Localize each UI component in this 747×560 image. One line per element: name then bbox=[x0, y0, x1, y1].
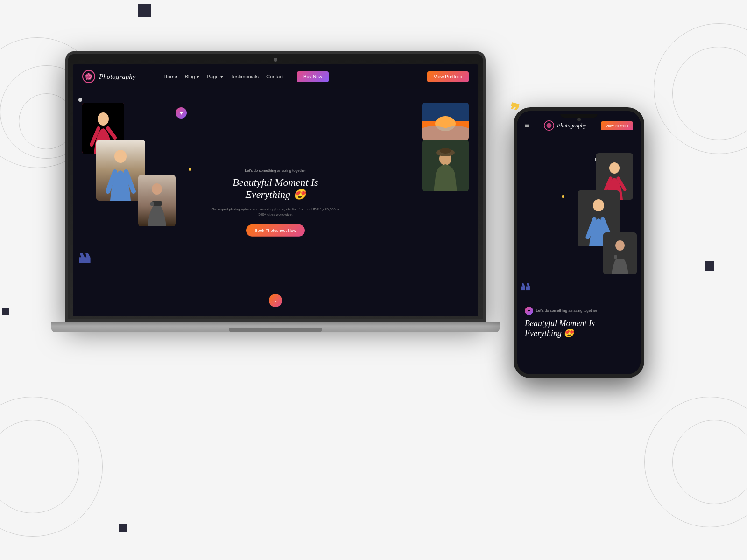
nav-page[interactable]: Page ▾ bbox=[207, 74, 223, 80]
laptop-screen: Photography Home Blog ▾ Page ▾ Testimoni… bbox=[73, 64, 478, 316]
phone: ≡ Photography View Portfolio bbox=[514, 107, 644, 378]
phone-heart-icon: ♥ bbox=[525, 307, 533, 315]
buy-now-button[interactable]: Buy Now bbox=[297, 71, 329, 82]
white-dot-laptop bbox=[78, 98, 82, 102]
svg-point-3 bbox=[98, 112, 109, 126]
svg-rect-7 bbox=[150, 202, 154, 206]
heart-deco-laptop: ♥ bbox=[176, 107, 187, 119]
phone-logo-text: Photography bbox=[557, 122, 586, 129]
dark-square-4 bbox=[2, 308, 9, 315]
phone-body: ≡ Photography View Portfolio bbox=[514, 107, 644, 378]
svg-point-4 bbox=[114, 150, 127, 163]
svg-point-14 bbox=[440, 148, 451, 154]
nav-home[interactable]: Home bbox=[163, 74, 177, 79]
laptop-navbar: Photography Home Blog ▾ Page ▾ Testimoni… bbox=[73, 64, 478, 89]
laptop-hero: ♥ bbox=[73, 89, 478, 316]
laptop-body: Photography Home Blog ▾ Page ▾ Testimoni… bbox=[65, 51, 486, 322]
svg-rect-21 bbox=[614, 255, 617, 259]
phone-screen: ≡ Photography View Portfolio bbox=[517, 111, 641, 374]
photo-sunset bbox=[422, 103, 469, 140]
photo-woman-hat bbox=[422, 140, 469, 191]
phone-hero-title: Beautyful Moment Is Everything 😍 bbox=[525, 319, 633, 339]
phone-camera-shutter-icon bbox=[544, 120, 554, 131]
scroll-down-button[interactable]: ⌄ bbox=[269, 294, 282, 307]
phone-photo-photographer bbox=[603, 232, 637, 274]
nav-blog[interactable]: Blog ▾ bbox=[185, 74, 199, 80]
laptop-nav-links: Home Blog ▾ Page ▾ Testimonials Contact … bbox=[163, 71, 329, 82]
yellow-dot-phone bbox=[562, 195, 564, 198]
svg-point-18 bbox=[593, 199, 604, 211]
phone-subtitle-text: Let's do something amazing together bbox=[536, 308, 597, 313]
phone-portfolio-button[interactable]: View Portfolio bbox=[601, 121, 633, 130]
hero-subtitle: Let's do something amazing together bbox=[210, 168, 341, 173]
svg-point-19 bbox=[615, 240, 625, 251]
dark-square-3 bbox=[119, 524, 127, 532]
hero-title: Beautyful Moment Is Everything 😍 bbox=[210, 176, 341, 201]
hero-description: Get expert photographers and amazing pho… bbox=[210, 207, 341, 217]
laptop-logo: Photography bbox=[82, 70, 135, 83]
phone-notch bbox=[560, 114, 598, 118]
dark-square-2 bbox=[705, 261, 714, 271]
nav-contact[interactable]: Contact bbox=[266, 74, 284, 79]
yellow-dot-laptop bbox=[189, 168, 191, 171]
laptop: Photography Home Blog ▾ Page ▾ Testimoni… bbox=[65, 51, 486, 350]
hero-center: Let's do something amazing together Beau… bbox=[210, 168, 341, 237]
phone-camera bbox=[577, 118, 581, 121]
book-photoshoot-button[interactable]: Book Photoshoot Now bbox=[246, 224, 304, 237]
laptop-camera bbox=[274, 58, 277, 62]
svg-point-5 bbox=[152, 183, 162, 195]
phone-subtitle-row: ♥ Let's do something amazing together bbox=[525, 307, 633, 315]
view-portfolio-button[interactable]: View Portfolio bbox=[427, 71, 469, 82]
hamburger-icon[interactable]: ≡ bbox=[525, 121, 529, 130]
dark-square-1 bbox=[138, 4, 151, 17]
laptop-logo-text: Photography bbox=[99, 73, 135, 81]
nav-testimonials[interactable]: Testimonials bbox=[231, 74, 259, 79]
phone-logo: Photography bbox=[544, 120, 586, 131]
svg-point-17 bbox=[609, 162, 620, 174]
photo-photographer bbox=[138, 175, 176, 226]
svg-point-16 bbox=[546, 123, 551, 128]
phone-hero-bottom: ♥ Let's do something amazing together Be… bbox=[517, 299, 641, 346]
camera-shutter-icon bbox=[82, 70, 95, 83]
curly-left-laptop: ❝ bbox=[78, 249, 92, 279]
laptop-base bbox=[51, 322, 500, 332]
